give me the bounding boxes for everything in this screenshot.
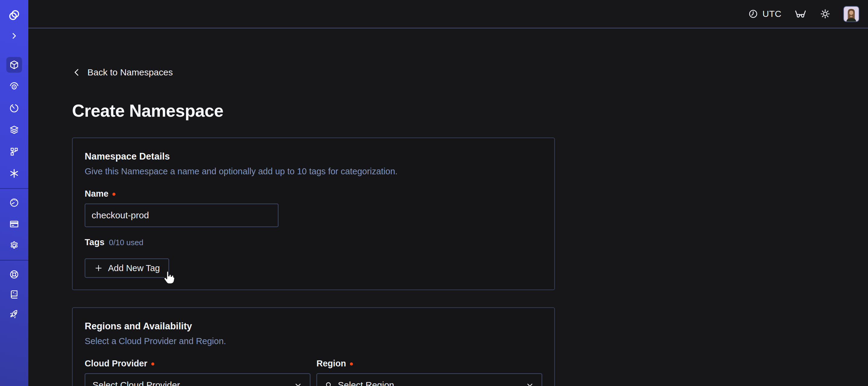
- sidebar: [0, 0, 28, 386]
- sidebar-item-get-started[interactable]: [6, 306, 22, 322]
- chevron-right-icon: [10, 31, 19, 40]
- sidebar-nav-primary: [6, 57, 22, 181]
- back-to-namespaces-link[interactable]: Back to Namespaces: [72, 67, 173, 78]
- labs-toggle-button[interactable]: [794, 8, 807, 20]
- name-field-label: Name: [85, 189, 108, 199]
- lifebuoy-icon: [9, 269, 20, 280]
- gear-icon: [9, 240, 20, 251]
- sidebar-item-docs[interactable]: [6, 287, 22, 302]
- gauge-icon: [9, 197, 20, 208]
- namespace-details-card: Namespace Details Give this Namespace a …: [72, 138, 555, 290]
- chevron-left-icon: [72, 67, 82, 77]
- tags-label: Tags: [85, 237, 104, 247]
- chevron-down-icon: [293, 381, 303, 386]
- sidebar-item-schedules[interactable]: [6, 100, 22, 116]
- clock-icon: [748, 8, 758, 19]
- page-title: Create Namespace: [72, 101, 868, 121]
- tags-usage-count: 0/10 used: [109, 238, 144, 247]
- sidebar-item-namespaces[interactable]: [6, 57, 22, 73]
- cloud-provider-select[interactable]: Select Cloud Provider: [85, 373, 310, 386]
- glasses-icon: [794, 8, 807, 20]
- region-label: Region: [316, 359, 346, 368]
- sidebar-nav-help: [6, 267, 22, 322]
- sidebar-item-settings[interactable]: [6, 238, 22, 253]
- sidebar-expand-button[interactable]: [6, 28, 22, 44]
- sidebar-nav-account: [6, 195, 22, 253]
- namespace-name-input[interactable]: [85, 204, 278, 227]
- search-icon: [324, 381, 334, 386]
- required-indicator: [113, 193, 116, 196]
- sidebar-item-nexus[interactable]: [6, 166, 22, 181]
- sidebar-item-usage[interactable]: [6, 195, 22, 210]
- back-link-label: Back to Namespaces: [87, 67, 173, 78]
- required-indicator: [151, 362, 154, 365]
- namespace-details-description: Give this Namespace a name and optionall…: [85, 166, 542, 176]
- cube-icon: [9, 59, 20, 70]
- sidebar-item-batch-operations[interactable]: [6, 144, 22, 159]
- region-select[interactable]: Select Region: [316, 373, 542, 386]
- sidebar-item-billing[interactable]: [6, 216, 22, 232]
- asterisk-icon: [9, 168, 20, 179]
- branch-icon: [9, 146, 20, 157]
- layers-icon: [9, 124, 20, 136]
- sidebar-divider: [0, 260, 28, 261]
- rocket-icon: [9, 309, 20, 320]
- timezone-selector[interactable]: UTC: [748, 8, 781, 19]
- regions-heading: Regions and Availability: [85, 321, 542, 332]
- theme-toggle-button[interactable]: [819, 8, 831, 20]
- book-sparkle-icon: [9, 289, 20, 300]
- spiral-icon: [9, 81, 20, 92]
- cloud-provider-label: Cloud Provider: [85, 359, 147, 368]
- regions-availability-card: Regions and Availability Select a Cloud …: [72, 307, 555, 386]
- sidebar-item-workflows[interactable]: [6, 79, 22, 94]
- sidebar-item-support[interactable]: [6, 267, 22, 282]
- avatar-image: [844, 7, 859, 22]
- region-select-value: Select Region: [338, 380, 394, 386]
- timezone-label: UTC: [763, 9, 781, 19]
- user-avatar[interactable]: [843, 6, 859, 22]
- sidebar-item-deployments[interactable]: [6, 122, 22, 138]
- timer-icon: [9, 103, 20, 114]
- credit-card-icon: [9, 219, 20, 230]
- main-content: Back to Namespaces Create Namespace Name…: [28, 29, 868, 386]
- sidebar-divider: [0, 188, 28, 189]
- temporal-logo-icon[interactable]: [6, 7, 22, 23]
- topbar: UTC: [28, 0, 868, 28]
- sun-icon: [819, 8, 831, 20]
- regions-description: Select a Cloud Provider and Region.: [85, 336, 542, 346]
- add-new-tag-label: Add New Tag: [108, 263, 160, 273]
- plus-icon: [94, 264, 103, 273]
- chevron-down-icon: [525, 381, 534, 386]
- namespace-details-heading: Namespace Details: [85, 151, 542, 162]
- required-indicator: [350, 362, 353, 365]
- cloud-provider-select-value: Select Cloud Provider: [93, 380, 180, 386]
- add-new-tag-button[interactable]: Add New Tag: [85, 259, 169, 278]
